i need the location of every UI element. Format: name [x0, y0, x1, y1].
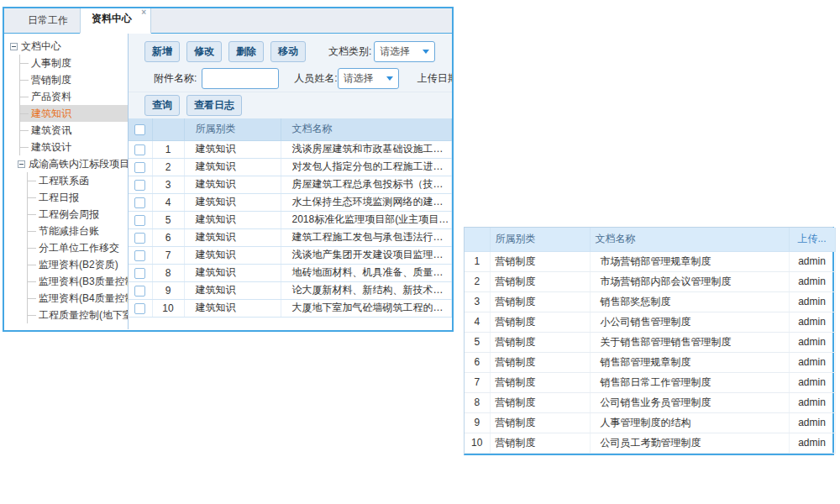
tree-item[interactable]: 人事制度	[20, 55, 128, 71]
row-number: 7	[465, 372, 490, 392]
tab-daily-work[interactable]: 日常工作	[16, 8, 80, 34]
row-checkbox[interactable]	[134, 144, 145, 155]
销售部管理规章制度[interactable]: 6 营销制度 销售部管理规章制度 admin	[465, 352, 835, 372]
row-category: 建筑知识	[184, 281, 281, 299]
add-button[interactable]: 新增	[144, 41, 180, 62]
row-checkbox[interactable]	[134, 215, 145, 226]
row-checkbox[interactable]	[134, 180, 145, 191]
person-name-label: 人员姓名:	[294, 71, 337, 86]
tab-data-center[interactable]: 资料中心 ×	[80, 7, 151, 34]
row-number-header	[465, 228, 490, 251]
tree-item[interactable]: 工程日报	[28, 189, 128, 206]
row-number: 5	[152, 211, 184, 228]
move-button[interactable]: 移动	[270, 41, 306, 62]
tree-item[interactable]: 工程质量控制(地下室)	[28, 307, 128, 323]
chevron-down-icon	[386, 76, 393, 81]
tree-root-document-center[interactable]: 文档中心	[10, 38, 128, 55]
row-checkbox[interactable]	[134, 162, 145, 173]
modify-button[interactable]: 修改	[186, 41, 222, 62]
row-doc-name: 浅谈地产集团开发建设项目监理规划编制	[281, 246, 452, 264]
tree-item[interactable]: 工程例会周报	[28, 206, 128, 223]
公司销售业务员管理制度[interactable]: 8 营销制度 公司销售业务员管理制度 admin	[465, 392, 835, 412]
row-checkbox[interactable]	[134, 268, 145, 279]
水土保持生态环境监测网络的建设与资料[interactable]: 4 建筑知识 水土保持生态环境监测网络的建设与资料	[129, 193, 452, 211]
2018标准化监理项目部(业主项目部)人员配置[interactable]: 5 建筑知识 2018标准化监理项目部(业主项目部)人员配置	[129, 211, 452, 228]
tree-item[interactable]: 工程联系函	[28, 172, 128, 189]
row-checkbox[interactable]	[134, 286, 145, 297]
tree-item-label: 分工单位工作移交	[39, 242, 119, 254]
collapse-icon[interactable]	[10, 43, 18, 50]
category-column-header: 所属别类	[184, 118, 281, 140]
select-all-checkbox[interactable]	[134, 124, 145, 135]
tree-items: 工程联系函 工程日报 工程例会周报 节能减排台账 分工单位工作移交 监理资料(B…	[27, 172, 128, 323]
uploader-column-header: 上传...	[789, 228, 835, 251]
query-button[interactable]: 查询	[144, 95, 180, 116]
row-number: 4	[152, 193, 184, 211]
tree-item[interactable]: 监理资料(B2资质)	[28, 256, 128, 273]
tree-item[interactable]: 节能减排台账	[28, 223, 128, 239]
row-doc-name: 公司销售业务员管理制度	[590, 392, 789, 412]
row-category: 营销制度	[490, 271, 590, 291]
tree-root-project[interactable]: 成渝高铁内江标段项目	[18, 155, 128, 172]
row-doc-name: 销售部奖惩制度	[590, 291, 789, 312]
data-center-window: 日常工作 资料中心 × 文档中心 人事制度 营销制度 产品资料 建筑知识 建筑资…	[3, 7, 454, 332]
delete-button[interactable]: 删除	[228, 41, 264, 62]
view-log-button[interactable]: 查看日志	[186, 95, 242, 116]
row-category: 营销制度	[490, 352, 590, 372]
tree-item[interactable]: 建筑设计	[20, 139, 128, 155]
大厦地下室加气砼墙砌筑工程的施工方案[interactable]: 10 建筑知识 大厦地下室加气砼墙砌筑工程的施工方案	[129, 299, 452, 317]
建筑工程施工发包与承包违法行为认定办法[interactable]: 6 建筑知识 建筑工程施工发包与承包违法行为认定办法	[129, 228, 452, 246]
person-name-select-value: 请选择	[344, 71, 374, 86]
tree-item[interactable]: 监理资料(B3质量控制)	[28, 273, 128, 290]
row-checkbox[interactable]	[134, 250, 145, 261]
tab-close-icon[interactable]: ×	[141, 8, 146, 17]
row-doc-name: 论大厦新材料、新结构、新技术，新工艺	[281, 281, 452, 299]
tree-item[interactable]: 产品资料	[20, 88, 128, 105]
房屋建筑工程总承包投标书（技术标）文件[interactable]: 3 建筑知识 房屋建筑工程总承包投标书（技术标）文件	[129, 176, 452, 193]
销售部奖惩制度[interactable]: 3 营销制度 销售部奖惩制度 admin	[465, 291, 835, 312]
tree-item-label: 工程联系函	[39, 175, 89, 186]
row-doc-name: 大厦地下室加气砼墙砌筑工程的施工方案	[281, 299, 452, 317]
row-doc-name: 房屋建筑工程总承包投标书（技术标）文件	[281, 176, 452, 193]
row-doc-name: 对发包人指定分包的工程施工进度安排计划	[281, 158, 452, 176]
row-uploader: admin	[789, 332, 835, 352]
attachment-name-input[interactable]	[202, 68, 279, 89]
tree-item-label: 建筑设计	[31, 141, 71, 153]
row-doc-name: 市场营销部内部会议管理制度	[590, 271, 789, 291]
collapse-icon[interactable]	[18, 160, 25, 168]
地砖地面材料、机具准备、质量要求及工艺[interactable]: 8 建筑知识 地砖地面材料、机具准备、质量要求及工艺	[129, 264, 452, 281]
tree-item-label: 建筑资讯	[31, 124, 71, 136]
浅谈地产集团开发建设项目监理规划编制[interactable]: 7 建筑知识 浅谈地产集团开发建设项目监理规划编制	[129, 246, 452, 264]
销售部日常工作管理制度[interactable]: 7 营销制度 销售部日常工作管理制度 admin	[465, 372, 835, 392]
row-doc-name: 公司员工考勤管理制度	[590, 433, 789, 453]
row-doc-name: 建筑工程施工发包与承包违法行为认定办法	[281, 228, 452, 246]
tree-item[interactable]: 建筑资讯	[20, 122, 128, 139]
tree-item-label: 建筑知识	[31, 108, 71, 119]
对发包人指定分包的工程施工进度安排计划[interactable]: 2 建筑知识 对发包人指定分包的工程施工进度安排计划	[129, 158, 452, 176]
tree-item[interactable]: 分工单位工作移交	[28, 239, 128, 256]
row-number: 10	[152, 299, 184, 317]
小公司销售管理制度[interactable]: 4 营销制度 小公司销售管理制度 admin	[465, 312, 835, 332]
tree-item[interactable]: 建筑知识	[20, 105, 128, 122]
tree-item[interactable]: 营销制度	[20, 71, 128, 88]
论大厦新材料、新结构、新技术，新工艺[interactable]: 9 建筑知识 论大厦新材料、新结构、新技术，新工艺	[129, 281, 452, 299]
row-checkbox[interactable]	[134, 303, 145, 314]
市场营销部内部会议管理制度[interactable]: 2 营销制度 市场营销部内部会议管理制度 admin	[465, 271, 835, 291]
关于销售部管理销售管理制度[interactable]: 5 营销制度 关于销售部管理销售管理制度 admin	[465, 332, 835, 352]
row-doc-name: 小公司销售管理制度	[590, 312, 789, 332]
tree-items: 人事制度 营销制度 产品资料 建筑知识 建筑资讯 建筑设计	[19, 55, 128, 155]
公司员工考勤管理制度[interactable]: 10 营销制度 公司员工考勤管理制度 admin	[465, 433, 835, 453]
市场营销部管理规章制度[interactable]: 1 营销制度 市场营销部管理规章制度 admin	[465, 251, 835, 271]
人事管理制度的结构[interactable]: 9 营销制度 人事管理制度的结构 admin	[465, 412, 835, 433]
浅谈房屋建筑和市政基础设施工程施工管理[interactable]: 1 建筑知识 浅谈房屋建筑和市政基础设施工程施工管理	[129, 140, 452, 158]
row-checkbox[interactable]	[134, 233, 145, 244]
row-checkbox[interactable]	[134, 197, 145, 208]
row-uploader: admin	[789, 392, 835, 412]
row-category: 建筑知识	[184, 228, 281, 246]
doc-type-select[interactable]: 请选择	[374, 41, 435, 62]
row-uploader: admin	[789, 352, 835, 372]
tree-item[interactable]: 监理资料(B4质量控制)	[28, 290, 128, 307]
row-uploader: admin	[789, 412, 835, 433]
person-name-select[interactable]: 请选择	[338, 68, 399, 89]
row-number: 4	[465, 312, 490, 332]
